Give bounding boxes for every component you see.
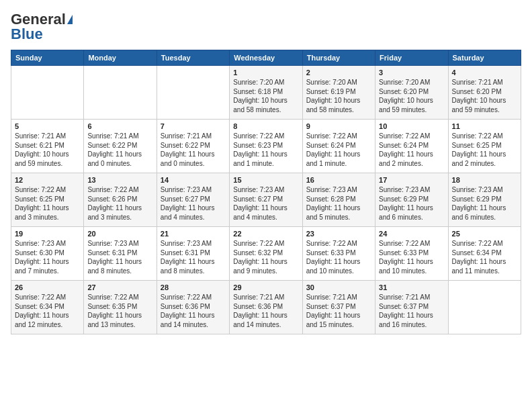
day-number: 30 bbox=[306, 283, 371, 291]
calendar-cell bbox=[11, 66, 84, 120]
day-info: Sunrise: 7:22 AM Sunset: 6:34 PM Dayligh… bbox=[15, 293, 80, 329]
header-day-thursday: Thursday bbox=[302, 50, 375, 66]
calendar-cell: 12Sunrise: 7:22 AM Sunset: 6:25 PM Dayli… bbox=[11, 173, 84, 227]
day-info: Sunrise: 7:22 AM Sunset: 6:33 PM Dayligh… bbox=[306, 239, 371, 275]
calendar-cell: 4Sunrise: 7:21 AM Sunset: 6:20 PM Daylig… bbox=[448, 66, 521, 120]
day-info: Sunrise: 7:21 AM Sunset: 6:37 PM Dayligh… bbox=[306, 293, 371, 329]
header-day-tuesday: Tuesday bbox=[157, 50, 229, 66]
calendar-cell bbox=[448, 281, 521, 334]
day-info: Sunrise: 7:23 AM Sunset: 6:29 PM Dayligh… bbox=[452, 185, 517, 222]
day-number: 9 bbox=[306, 122, 371, 130]
day-number: 3 bbox=[379, 68, 444, 77]
day-info: Sunrise: 7:22 AM Sunset: 6:35 PM Dayligh… bbox=[87, 293, 152, 329]
calendar-cell: 30Sunrise: 7:21 AM Sunset: 6:37 PM Dayli… bbox=[302, 281, 375, 334]
day-number: 11 bbox=[452, 122, 517, 130]
week-row-3: 12Sunrise: 7:22 AM Sunset: 6:25 PM Dayli… bbox=[11, 173, 521, 227]
day-info: Sunrise: 7:22 AM Sunset: 6:32 PM Dayligh… bbox=[233, 239, 298, 275]
day-info: Sunrise: 7:20 AM Sunset: 6:19 PM Dayligh… bbox=[306, 78, 371, 114]
day-info: Sunrise: 7:21 AM Sunset: 6:36 PM Dayligh… bbox=[233, 293, 298, 329]
calendar-cell: 11Sunrise: 7:22 AM Sunset: 6:25 PM Dayli… bbox=[448, 120, 521, 173]
calendar-body: 1Sunrise: 7:20 AM Sunset: 6:18 PM Daylig… bbox=[11, 66, 521, 334]
calendar-cell bbox=[84, 66, 157, 120]
day-number: 14 bbox=[161, 176, 226, 184]
logo-blue-text: Blue bbox=[11, 26, 43, 43]
week-row-1: 1Sunrise: 7:20 AM Sunset: 6:18 PM Daylig… bbox=[11, 66, 521, 120]
calendar-cell: 5Sunrise: 7:21 AM Sunset: 6:21 PM Daylig… bbox=[11, 120, 84, 173]
day-info: Sunrise: 7:23 AM Sunset: 6:31 PM Dayligh… bbox=[161, 239, 226, 275]
calendar-cell: 21Sunrise: 7:23 AM Sunset: 6:31 PM Dayli… bbox=[157, 227, 229, 281]
day-number: 16 bbox=[306, 176, 371, 184]
day-number: 19 bbox=[15, 230, 80, 238]
day-info: Sunrise: 7:22 AM Sunset: 6:34 PM Dayligh… bbox=[452, 239, 517, 275]
day-number: 27 bbox=[87, 283, 152, 291]
calendar-header: SundayMondayTuesdayWednesdayThursdayFrid… bbox=[11, 50, 521, 66]
day-info: Sunrise: 7:21 AM Sunset: 6:21 PM Dayligh… bbox=[15, 132, 80, 168]
calendar-cell: 7Sunrise: 7:21 AM Sunset: 6:22 PM Daylig… bbox=[157, 120, 229, 173]
day-number: 20 bbox=[87, 230, 152, 238]
logo: General Blue bbox=[11, 11, 73, 43]
calendar-cell: 22Sunrise: 7:22 AM Sunset: 6:32 PM Dayli… bbox=[230, 227, 302, 281]
day-info: Sunrise: 7:21 AM Sunset: 6:22 PM Dayligh… bbox=[87, 132, 152, 168]
day-number: 15 bbox=[233, 176, 298, 184]
header-day-friday: Friday bbox=[375, 50, 448, 66]
day-info: Sunrise: 7:22 AM Sunset: 6:24 PM Dayligh… bbox=[379, 132, 444, 168]
day-number: 18 bbox=[452, 176, 517, 184]
day-number: 2 bbox=[306, 68, 371, 77]
week-row-2: 5Sunrise: 7:21 AM Sunset: 6:21 PM Daylig… bbox=[11, 120, 521, 173]
calendar-cell: 28Sunrise: 7:22 AM Sunset: 6:36 PM Dayli… bbox=[157, 281, 229, 334]
day-info: Sunrise: 7:21 AM Sunset: 6:20 PM Dayligh… bbox=[452, 78, 517, 114]
header-day-sunday: Sunday bbox=[11, 50, 84, 66]
day-number: 8 bbox=[233, 122, 298, 130]
calendar-cell: 23Sunrise: 7:22 AM Sunset: 6:33 PM Dayli… bbox=[302, 227, 375, 281]
day-info: Sunrise: 7:22 AM Sunset: 6:24 PM Dayligh… bbox=[306, 132, 371, 168]
calendar-cell: 20Sunrise: 7:23 AM Sunset: 6:31 PM Dayli… bbox=[84, 227, 157, 281]
day-number: 12 bbox=[15, 176, 80, 184]
day-number: 25 bbox=[452, 230, 517, 238]
header-day-saturday: Saturday bbox=[448, 50, 521, 66]
calendar-cell bbox=[157, 66, 229, 120]
page-header: General Blue bbox=[11, 11, 521, 43]
calendar-cell: 29Sunrise: 7:21 AM Sunset: 6:36 PM Dayli… bbox=[230, 281, 302, 334]
day-number: 23 bbox=[306, 230, 371, 238]
day-info: Sunrise: 7:23 AM Sunset: 6:31 PM Dayligh… bbox=[87, 239, 152, 275]
calendar-cell: 19Sunrise: 7:23 AM Sunset: 6:30 PM Dayli… bbox=[11, 227, 84, 281]
day-number: 31 bbox=[379, 283, 444, 291]
calendar-cell: 13Sunrise: 7:22 AM Sunset: 6:26 PM Dayli… bbox=[84, 173, 157, 227]
day-number: 4 bbox=[452, 68, 517, 77]
calendar-cell: 24Sunrise: 7:22 AM Sunset: 6:33 PM Dayli… bbox=[375, 227, 448, 281]
week-row-4: 19Sunrise: 7:23 AM Sunset: 6:30 PM Dayli… bbox=[11, 227, 521, 281]
day-number: 24 bbox=[379, 230, 444, 238]
day-info: Sunrise: 7:22 AM Sunset: 6:26 PM Dayligh… bbox=[87, 185, 152, 222]
day-info: Sunrise: 7:22 AM Sunset: 6:36 PM Dayligh… bbox=[161, 293, 226, 329]
day-info: Sunrise: 7:23 AM Sunset: 6:27 PM Dayligh… bbox=[233, 185, 298, 222]
calendar-cell: 17Sunrise: 7:23 AM Sunset: 6:29 PM Dayli… bbox=[375, 173, 448, 227]
logo-triangle-icon bbox=[67, 15, 73, 24]
calendar-cell: 31Sunrise: 7:21 AM Sunset: 6:37 PM Dayli… bbox=[375, 281, 448, 334]
calendar-cell: 6Sunrise: 7:21 AM Sunset: 6:22 PM Daylig… bbox=[84, 120, 157, 173]
calendar-cell: 15Sunrise: 7:23 AM Sunset: 6:27 PM Dayli… bbox=[230, 173, 302, 227]
day-info: Sunrise: 7:20 AM Sunset: 6:18 PM Dayligh… bbox=[233, 78, 298, 114]
day-number: 17 bbox=[379, 176, 444, 184]
day-number: 28 bbox=[161, 283, 226, 291]
calendar-table: SundayMondayTuesdayWednesdayThursdayFrid… bbox=[11, 50, 521, 334]
day-number: 10 bbox=[379, 122, 444, 130]
header-day-monday: Monday bbox=[84, 50, 157, 66]
calendar-cell: 27Sunrise: 7:22 AM Sunset: 6:35 PM Dayli… bbox=[84, 281, 157, 334]
day-info: Sunrise: 7:22 AM Sunset: 6:23 PM Dayligh… bbox=[233, 132, 298, 168]
day-info: Sunrise: 7:23 AM Sunset: 6:27 PM Dayligh… bbox=[161, 185, 226, 222]
calendar-cell: 26Sunrise: 7:22 AM Sunset: 6:34 PM Dayli… bbox=[11, 281, 84, 334]
day-info: Sunrise: 7:22 AM Sunset: 6:25 PM Dayligh… bbox=[15, 185, 80, 222]
calendar-cell: 3Sunrise: 7:20 AM Sunset: 6:20 PM Daylig… bbox=[375, 66, 448, 120]
day-number: 7 bbox=[161, 122, 226, 130]
calendar-cell: 10Sunrise: 7:22 AM Sunset: 6:24 PM Dayli… bbox=[375, 120, 448, 173]
week-row-5: 26Sunrise: 7:22 AM Sunset: 6:34 PM Dayli… bbox=[11, 281, 521, 334]
calendar-cell: 1Sunrise: 7:20 AM Sunset: 6:18 PM Daylig… bbox=[230, 66, 302, 120]
day-number: 22 bbox=[233, 230, 298, 238]
day-number: 13 bbox=[87, 176, 152, 184]
calendar-cell: 9Sunrise: 7:22 AM Sunset: 6:24 PM Daylig… bbox=[302, 120, 375, 173]
calendar-cell: 16Sunrise: 7:23 AM Sunset: 6:28 PM Dayli… bbox=[302, 173, 375, 227]
day-info: Sunrise: 7:21 AM Sunset: 6:22 PM Dayligh… bbox=[161, 132, 226, 168]
header-day-wednesday: Wednesday bbox=[230, 50, 302, 66]
header-row: SundayMondayTuesdayWednesdayThursdayFrid… bbox=[11, 50, 521, 66]
calendar-cell: 8Sunrise: 7:22 AM Sunset: 6:23 PM Daylig… bbox=[230, 120, 302, 173]
